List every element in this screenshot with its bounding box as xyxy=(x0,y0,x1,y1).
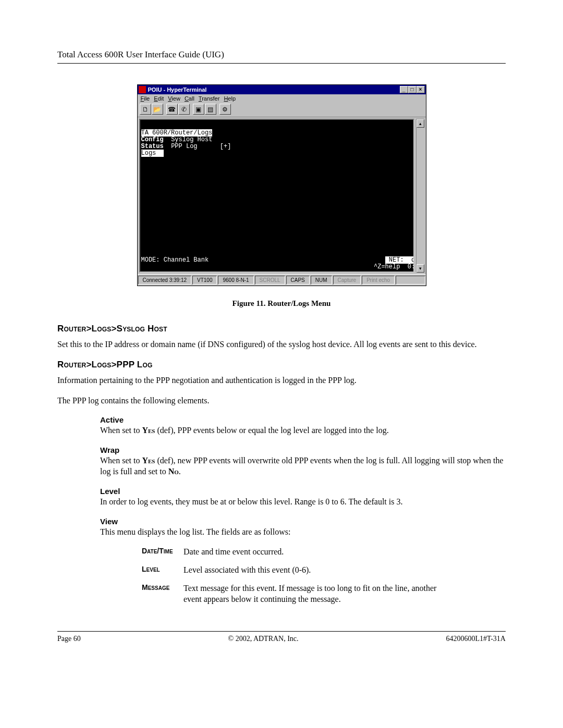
status-connected: Connected 3:39:12 xyxy=(138,276,192,285)
statusbar: Connected 3:39:12 VT100 9600 8-N-1 SCROL… xyxy=(138,274,426,286)
field-desc-level: Level associated with this event (0-6). xyxy=(183,565,311,576)
footer-rule xyxy=(57,631,506,632)
terminal-output: TA 600R/Router/Logs Config Syslog Host S… xyxy=(139,119,414,273)
toolbar-disconnect-icon[interactable]: ✆ xyxy=(178,104,190,115)
element-heading-view: View xyxy=(100,517,506,526)
status-settings: 9600 8-N-1 xyxy=(218,276,253,285)
maximize-button[interactable]: □ xyxy=(408,86,417,93)
toolbar-send-icon[interactable]: ▣ xyxy=(193,104,204,115)
table-row: Date/Time Date and time event occurred. xyxy=(142,547,506,558)
section-text-ppp-2: The PPP log contains the following eleme… xyxy=(57,396,506,406)
status-print: Print echo xyxy=(362,276,395,285)
section-text-syslog: Set this to the IP address or domain nam… xyxy=(57,339,506,350)
toolbar-open-icon[interactable]: 📂 xyxy=(152,104,163,115)
element-heading-wrap: Wrap xyxy=(100,446,506,454)
menubar: File Edit View Call Transfer Help xyxy=(138,94,426,103)
section-text-ppp-1: Information pertaining to the PPP negoti… xyxy=(57,375,506,386)
field-desc-datetime: Date and time event occurred. xyxy=(183,547,284,558)
menu-edit[interactable]: Edit xyxy=(154,95,164,102)
scroll-down-icon[interactable]: ▾ xyxy=(417,264,424,273)
field-desc-message: Text message for this event. If message … xyxy=(183,583,449,605)
status-caps: CAPS xyxy=(286,276,310,285)
menu-call[interactable]: Call xyxy=(185,95,194,102)
figure-caption: Figure 11. Router/Logs Menu xyxy=(57,299,506,308)
window-title: POIU - HyperTerminal xyxy=(148,87,400,93)
element-text-level: In order to log events, they must be at … xyxy=(100,497,506,508)
minimize-button[interactable]: _ xyxy=(400,86,408,93)
toolbar-new-icon[interactable]: 🗋 xyxy=(140,104,151,115)
view-fields-table: Date/Time Date and time event occurred. … xyxy=(142,547,506,604)
element-text-view: This menu displays the log list. The fie… xyxy=(100,527,506,538)
app-icon xyxy=(139,86,146,93)
menu-file[interactable]: File xyxy=(141,95,150,102)
toolbar-properties-icon[interactable]: ⚙ xyxy=(219,104,231,115)
menu-transfer[interactable]: Transfer xyxy=(199,95,220,102)
close-button[interactable]: × xyxy=(417,86,425,93)
status-emulation: VT100 xyxy=(192,276,217,285)
footer-page: Page 60 xyxy=(57,635,81,643)
header-rule xyxy=(57,63,506,64)
page-header-title: Total Access 600R User Interface Guide (… xyxy=(57,50,506,60)
toolbar-receive-icon[interactable]: ▤ xyxy=(205,104,216,115)
menu-help[interactable]: Help xyxy=(224,95,236,102)
footer-docnum: 64200600L1#T-31A xyxy=(446,635,506,643)
scroll-up-icon[interactable]: ▴ xyxy=(417,119,424,128)
footer-copyright: © 2002, ADTRAN, Inc. xyxy=(228,635,299,643)
toolbar-connect-icon[interactable]: ☎ xyxy=(166,104,178,115)
status-capture: Capture xyxy=(333,276,361,285)
element-heading-active: Active xyxy=(100,415,506,424)
field-label-level: Level xyxy=(142,565,183,576)
status-spacer xyxy=(396,276,425,285)
status-scroll: SCROLL xyxy=(255,276,285,285)
field-label-datetime: Date/Time xyxy=(142,547,183,558)
toolbar: 🗋 📂 ☎ ✆ ▣ ▤ ⚙ xyxy=(138,103,426,117)
element-text-active: When set to Yes (def), PPP events below … xyxy=(100,425,506,436)
page-footer: Page 60 © 2002, ADTRAN, Inc. 64200600L1#… xyxy=(57,635,506,643)
menu-view[interactable]: View xyxy=(168,95,180,102)
hyperterminal-window: POIU - HyperTerminal _ □ × File Edit Vie… xyxy=(137,84,426,286)
status-num: NUM xyxy=(311,276,332,285)
table-row: Message Text message for this event. If … xyxy=(142,583,506,605)
section-heading-syslog: Router>Logs>Syslog Host xyxy=(57,324,506,334)
section-heading-ppp: Router>Logs>PPP Log xyxy=(57,360,506,370)
table-row: Level Level associated with this event (… xyxy=(142,565,506,576)
element-heading-level: Level xyxy=(100,487,506,496)
terminal-scrollbar[interactable]: ▴ ▾ xyxy=(416,119,424,273)
field-label-message: Message xyxy=(142,583,183,605)
window-titlebar: POIU - HyperTerminal _ □ × xyxy=(138,85,426,94)
element-text-wrap: When set to Yes (def), new PPP events wi… xyxy=(100,455,506,477)
